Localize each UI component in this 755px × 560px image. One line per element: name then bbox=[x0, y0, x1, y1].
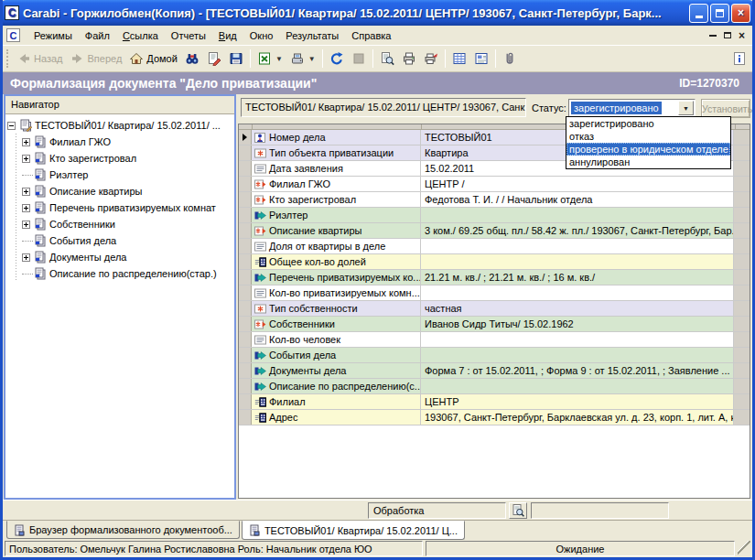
row-selector[interactable] bbox=[239, 161, 252, 176]
field-value[interactable] bbox=[420, 239, 733, 253]
tree-item[interactable]: Риэлтер bbox=[7, 167, 234, 183]
field-value[interactable]: ЦЕНТР / bbox=[420, 177, 733, 191]
grid-row[interactable]: Описание по распределению(с... bbox=[239, 379, 750, 394]
menu-item[interactable]: Отчеты bbox=[165, 27, 212, 44]
field-value[interactable]: 193067, Санкт-Петербург, Барклаевская ул… bbox=[420, 410, 733, 425]
expand-icon[interactable] bbox=[22, 204, 30, 212]
grid-row[interactable]: Документы делаФорма 7 : от 15.02.2011, ;… bbox=[239, 363, 750, 379]
menu-item[interactable]: Результаты bbox=[279, 27, 345, 44]
print-preview-button[interactable] bbox=[376, 49, 398, 68]
field-value[interactable]: 3 ком./ 69.25 общ. пл./ 58.42 ж. пл./ 19… bbox=[420, 223, 733, 238]
field-value[interactable] bbox=[420, 348, 733, 362]
print-export-button[interactable] bbox=[420, 49, 442, 68]
print-button[interactable] bbox=[398, 49, 420, 68]
field-value[interactable] bbox=[420, 254, 733, 269]
grid-row[interactable]: ФилиалЦЕНТР bbox=[239, 394, 750, 410]
menu-item[interactable]: Вид bbox=[212, 27, 243, 44]
field-value[interactable]: Федотова Т. И. / / Начальник отдела bbox=[420, 192, 733, 207]
mdi-close-icon[interactable]: × bbox=[739, 30, 745, 41]
tree-item[interactable]: События дела bbox=[7, 232, 234, 249]
find-binoculars-button[interactable] bbox=[181, 49, 203, 68]
field-value[interactable]: 21.21 м. кв./ ; 21.21 м. кв./ ; 16 м. кв… bbox=[420, 270, 733, 285]
combobox-dropdown-icon[interactable]: ▼ bbox=[678, 101, 694, 115]
excel-export-button[interactable]: ▼ bbox=[253, 49, 286, 68]
field-value[interactable]: Иванов Сидр Титыч/ 15.02.1962 bbox=[420, 317, 733, 331]
row-selector[interactable] bbox=[239, 239, 252, 253]
save-button[interactable] bbox=[225, 49, 247, 68]
row-selector[interactable] bbox=[239, 192, 252, 207]
attachment-button[interactable] bbox=[499, 49, 521, 68]
grid-row[interactable]: События дела bbox=[239, 348, 750, 363]
row-selector[interactable] bbox=[239, 208, 252, 222]
field-value[interactable] bbox=[420, 379, 733, 393]
back-button[interactable]: Назад bbox=[13, 49, 67, 68]
tree-root-item[interactable]: ТЕСТОВЫЙ01/ Квартира/ 15.02.2011/ ... bbox=[7, 117, 234, 134]
dropdown-caret-icon[interactable]: ▼ bbox=[275, 55, 283, 63]
field-value[interactable] bbox=[420, 285, 733, 300]
status-option[interactable]: аннулирован bbox=[566, 156, 730, 168]
row-selector[interactable] bbox=[239, 394, 252, 409]
stop-button[interactable] bbox=[348, 49, 370, 68]
menu-item[interactable]: Ссылка bbox=[116, 27, 165, 44]
grid-row[interactable]: Адрес193067, Санкт-Петербург, Барклаевск… bbox=[239, 410, 750, 425]
form-view-button[interactable] bbox=[470, 49, 492, 68]
tab[interactable]: Браузер формализованного документооб... bbox=[6, 521, 240, 539]
close-button[interactable]: × bbox=[731, 4, 750, 23]
row-selector[interactable] bbox=[239, 270, 252, 285]
expand-icon[interactable] bbox=[22, 138, 30, 146]
tree-item[interactable]: Перечень приватизируемых комнат bbox=[7, 199, 234, 216]
menu-item[interactable]: Окно bbox=[243, 27, 280, 44]
minimize-button[interactable] bbox=[689, 4, 708, 23]
grid-row[interactable]: Перечень приватизируемых ко...21.21 м. к… bbox=[239, 270, 750, 285]
grid-view-button[interactable] bbox=[448, 49, 470, 68]
menu-item[interactable]: Справка bbox=[345, 27, 397, 44]
row-selector[interactable] bbox=[239, 348, 252, 362]
toolbar-grip[interactable] bbox=[6, 49, 9, 68]
row-selector[interactable] bbox=[239, 332, 252, 347]
resize-grip-icon[interactable] bbox=[738, 541, 750, 555]
collapse-icon[interactable] bbox=[7, 122, 16, 130]
grid-row[interactable]: Кол-во человек bbox=[239, 332, 750, 348]
refresh-button[interactable] bbox=[326, 49, 348, 68]
tree-item[interactable]: Документы дела bbox=[7, 249, 234, 265]
row-selector[interactable] bbox=[239, 145, 252, 160]
doc-edit-button[interactable] bbox=[203, 49, 225, 68]
mdi-restore-icon[interactable] bbox=[724, 32, 731, 38]
home-button[interactable]: Домой bbox=[125, 49, 181, 68]
mdi-minimize-icon[interactable] bbox=[709, 35, 717, 37]
grid-row[interactable]: Общее кол-во долей bbox=[239, 254, 750, 270]
row-selector[interactable] bbox=[239, 130, 252, 145]
field-value[interactable]: Форма 7 : от 15.02.2011, ; Форма 9 : от … bbox=[420, 363, 733, 378]
tree-item[interactable]: Филиал ГЖО bbox=[7, 134, 234, 150]
grid-row[interactable]: Риэлтер bbox=[239, 208, 750, 223]
row-selector[interactable] bbox=[239, 254, 252, 269]
field-value[interactable]: ЦЕНТР bbox=[420, 394, 733, 409]
field-value[interactable] bbox=[420, 332, 733, 347]
tree-item[interactable]: Кто зарегистровал bbox=[7, 150, 234, 167]
tree-item[interactable]: Собственники bbox=[7, 216, 234, 232]
field-value[interactable] bbox=[420, 208, 733, 222]
field-value[interactable]: частная bbox=[420, 301, 733, 316]
expand-icon[interactable] bbox=[22, 155, 30, 163]
maximize-button[interactable] bbox=[710, 4, 729, 23]
tree-item[interactable]: Описание квартиры bbox=[7, 183, 234, 199]
info-button[interactable] bbox=[728, 49, 750, 68]
phone-button[interactable]: ▼ bbox=[286, 49, 319, 68]
tree-item[interactable]: Описание по распределению(стар.) bbox=[7, 265, 234, 282]
expand-icon[interactable] bbox=[22, 253, 30, 262]
window-titlebar[interactable]: C Carabi - Горжилобмен(Копия) - [ТЕСТОВЫ… bbox=[0, 0, 755, 26]
row-selector[interactable] bbox=[239, 317, 252, 331]
row-selector[interactable] bbox=[239, 177, 252, 191]
status-option[interactable]: зарегистрировано bbox=[566, 117, 730, 130]
status-combobox[interactable]: зарегистрировано ▼ bbox=[568, 99, 696, 117]
grid-row[interactable]: Кто зарегистровалФедотова Т. И. / / Нача… bbox=[239, 192, 750, 208]
row-selector[interactable] bbox=[239, 285, 252, 300]
grid-row[interactable]: Кол-во приватизируемых комн... bbox=[239, 285, 750, 301]
tab-active[interactable]: ТЕСТОВЫЙ01/ Квартира/ 15.02.2011/ Ц... bbox=[242, 521, 465, 540]
search-document-button[interactable] bbox=[509, 502, 527, 519]
grid-row[interactable]: Филиал ГЖОЦЕНТР / bbox=[239, 177, 750, 192]
expand-icon[interactable] bbox=[22, 221, 30, 229]
grid-row[interactable]: СобственникиИванов Сидр Титыч/ 15.02.196… bbox=[239, 317, 750, 332]
grid-row[interactable]: Доля от квартиры в деле bbox=[239, 239, 750, 254]
grid-row[interactable]: Тип собственностичастная bbox=[239, 301, 750, 317]
